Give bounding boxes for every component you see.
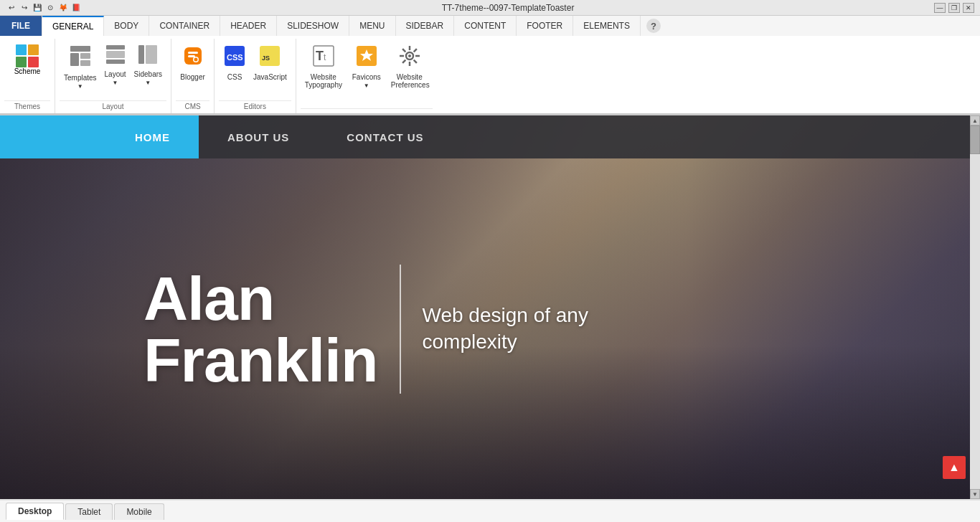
save-icon[interactable]: 💾 xyxy=(32,2,43,14)
svg-rect-1 xyxy=(70,53,79,66)
javascript-label: JavaScript xyxy=(253,73,287,81)
svg-point-24 xyxy=(408,54,411,57)
ribbon-group-editors: CSS CSS JS JavaScript xyxy=(215,39,296,113)
css-button[interactable]: CSS CSS xyxy=(220,42,249,84)
scroll-to-top-button[interactable]: ▲ xyxy=(943,456,966,479)
editors-items: CSS CSS JS JavaScript xyxy=(219,39,291,100)
tab-content[interactable]: CONTENT xyxy=(454,16,517,36)
svg-rect-2 xyxy=(80,53,90,59)
svg-rect-8 xyxy=(146,45,157,64)
maximize-button[interactable]: ❒ xyxy=(948,3,960,13)
tab-general[interactable]: GENERAL xyxy=(42,16,104,36)
hero-name-block: Alan Franklin xyxy=(143,267,378,391)
themes-items: Scheme xyxy=(4,39,50,100)
tab-elements[interactable]: ELEMENTS xyxy=(573,16,641,36)
scrollbar-track: ▲ ▼ xyxy=(970,115,980,499)
typography-icon: T t xyxy=(312,44,335,72)
scrollbar-thumb[interactable] xyxy=(970,125,980,154)
tab-desktop[interactable]: Desktop xyxy=(6,503,64,520)
hero-content: Alan Franklin Web design of any complexi… xyxy=(0,158,980,499)
website-preferences-button[interactable]: Website Preferences xyxy=(388,42,431,92)
svg-rect-3 xyxy=(80,60,90,66)
javascript-button[interactable]: JS JavaScript xyxy=(250,42,290,84)
sidebars-icon xyxy=(138,44,158,69)
preferences-label: Website Preferences xyxy=(391,73,428,89)
back-icon[interactable]: ↩ xyxy=(6,2,17,14)
svg-rect-5 xyxy=(106,51,125,58)
title-bar: ↩ ↪ 💾 ⊙ 🦊 📕 TT-7theme--0097-TemplateToas… xyxy=(0,0,980,16)
hero-last-name: Franklin xyxy=(143,329,378,391)
hero-divider xyxy=(400,265,401,394)
scroll-up-arrow[interactable]: ▲ xyxy=(970,115,980,125)
favicons-label: Favicons xyxy=(352,73,381,81)
tab-header[interactable]: HEADER xyxy=(220,16,277,36)
layout-button[interactable]: Layout ▼ xyxy=(101,42,130,89)
ribbon-group-themes: Scheme Themes xyxy=(0,39,55,113)
svg-text:T: T xyxy=(316,49,324,63)
svg-line-30 xyxy=(413,60,416,63)
preferences-icon xyxy=(398,44,421,72)
window-title: TT-7theme--0097-TemplateToaster xyxy=(442,3,575,13)
css-label: CSS xyxy=(227,73,242,81)
editors-group-label: Editors xyxy=(219,100,291,113)
nav-items: HOME ABOUT US CONTACT US xyxy=(106,115,980,158)
tab-menu[interactable]: MENU xyxy=(349,16,395,36)
tab-sidebar[interactable]: SIDEBAR xyxy=(396,16,455,36)
javascript-icon: JS xyxy=(258,44,281,72)
ribbon: FILE GENERAL BODY CONTAINER HEADER SLIDE… xyxy=(0,16,980,115)
scheme-button[interactable]: Scheme xyxy=(6,42,49,78)
scroll-down-arrow[interactable]: ▼ xyxy=(970,489,980,499)
css-icon: CSS xyxy=(223,44,246,72)
svg-text:JS: JS xyxy=(262,54,270,62)
svg-rect-10 xyxy=(188,52,198,54)
preview-area: HOME ABOUT US CONTACT US Alan Franklin W… xyxy=(0,115,980,499)
window-controls: — ❒ ✕ xyxy=(934,3,974,13)
themes-group-label: Themes xyxy=(4,100,50,113)
sidebars-button[interactable]: Sidebars ▼ xyxy=(131,42,165,89)
nav-item-about[interactable]: ABOUT US xyxy=(199,115,318,158)
help-button[interactable]: ? xyxy=(646,19,661,33)
layout-group-label: Layout xyxy=(60,100,166,113)
templates-icon xyxy=(69,44,92,72)
close-button[interactable]: ✕ xyxy=(963,3,974,13)
templates-arrow: ▼ xyxy=(77,83,83,90)
web-items: T t Website Typography xyxy=(301,39,433,108)
tab-mobile[interactable]: Mobile xyxy=(114,503,164,520)
nav-bar: HOME ABOUT US CONTACT US xyxy=(0,115,980,158)
blogger-button[interactable]: Blogger xyxy=(177,42,207,84)
templates-label: Templates xyxy=(64,74,97,82)
tab-body[interactable]: BODY xyxy=(104,16,149,36)
ribbon-group-cms: Blogger CMS xyxy=(171,39,215,113)
tab-slideshow[interactable]: SLIDESHOW xyxy=(277,16,349,36)
blog-icon[interactable]: 📕 xyxy=(70,2,82,14)
settings-icon[interactable]: ⊙ xyxy=(44,2,56,14)
layout-items: Templates ▼ Layout ▼ xyxy=(60,39,166,100)
blogger-label: Blogger xyxy=(180,73,204,81)
nav-item-contact[interactable]: CONTACT US xyxy=(318,115,452,158)
bottom-bar: Desktop Tablet Mobile xyxy=(0,499,980,522)
svg-rect-0 xyxy=(70,46,90,52)
scheme-cell-1 xyxy=(16,44,27,55)
cms-items: Blogger xyxy=(176,39,209,100)
svg-text:CSS: CSS xyxy=(227,53,243,62)
favicons-arrow: ▼ xyxy=(364,82,369,89)
svg-rect-6 xyxy=(106,60,125,64)
ribbon-content: Scheme Themes xyxy=(0,36,980,115)
firefox-icon[interactable]: 🦊 xyxy=(57,2,69,14)
tab-file[interactable]: FILE xyxy=(0,16,42,36)
minimize-button[interactable]: — xyxy=(934,3,946,13)
nav-item-home[interactable]: HOME xyxy=(106,115,199,158)
templates-button[interactable]: Templates ▼ xyxy=(61,42,100,92)
tab-container[interactable]: CONTAINER xyxy=(149,16,220,36)
tab-footer[interactable]: FOOTER xyxy=(517,16,573,36)
scheme-cell-2 xyxy=(28,44,39,55)
favicons-button[interactable]: Favicons ▼ xyxy=(349,42,384,92)
ribbon-group-layout: Templates ▼ Layout ▼ xyxy=(55,39,171,113)
hero-first-name: Alan xyxy=(143,267,378,329)
tab-tablet[interactable]: Tablet xyxy=(65,503,113,520)
website-typography-button[interactable]: T t Website Typography xyxy=(302,42,345,92)
forward-icon[interactable]: ↪ xyxy=(19,2,30,14)
nav-logo xyxy=(0,115,106,158)
layout-label: Layout xyxy=(105,70,126,78)
svg-rect-11 xyxy=(188,55,195,57)
